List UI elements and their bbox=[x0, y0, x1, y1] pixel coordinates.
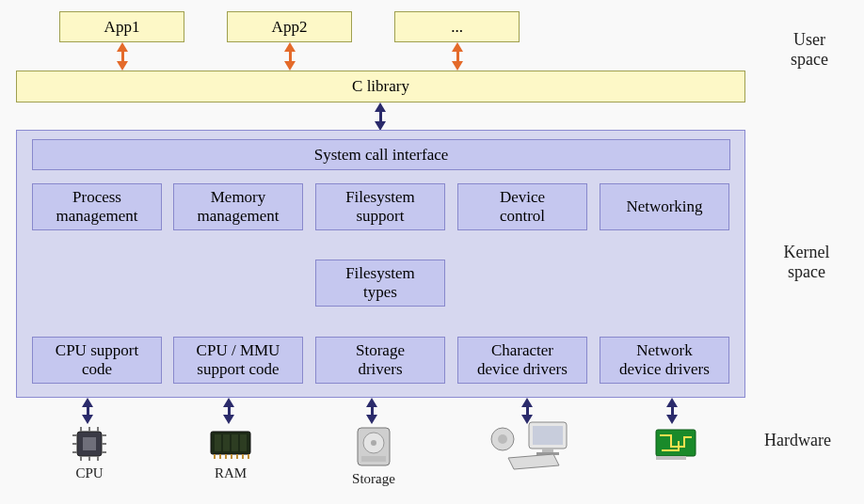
box-fs-types: Filesystem types bbox=[315, 260, 445, 307]
box-memory-mgmt: Memory management bbox=[173, 183, 303, 230]
text-cpu-mmu: CPU / MMU support code bbox=[197, 341, 280, 378]
svg-rect-17 bbox=[232, 434, 238, 451]
box-storage-drv: Storage drivers bbox=[315, 337, 445, 384]
storage-icon bbox=[354, 424, 393, 469]
svg-point-31 bbox=[498, 434, 507, 444]
architecture-diagram: App1 App2 ... C library User space Syste… bbox=[0, 0, 864, 504]
svg-rect-16 bbox=[223, 434, 230, 451]
text-app1: App1 bbox=[104, 18, 140, 37]
text-networking: Networking bbox=[626, 197, 702, 216]
label-user-space: User space bbox=[772, 30, 847, 69]
hw-ram-label: RAM bbox=[200, 465, 261, 481]
svg-rect-36 bbox=[656, 430, 696, 456]
text-memory-mgmt: Memory management bbox=[198, 188, 280, 225]
text-fs-support: Filesystem support bbox=[345, 188, 415, 225]
box-app1: App1 bbox=[59, 11, 184, 42]
box-fs-support: Filesystem support bbox=[315, 183, 445, 230]
svg-rect-37 bbox=[656, 456, 686, 460]
text-device-control: Device control bbox=[500, 188, 545, 225]
label-kernel-space: Kernel space bbox=[764, 243, 849, 281]
svg-rect-34 bbox=[542, 449, 553, 452]
box-process-mgmt: Process management bbox=[32, 183, 162, 230]
peripherals-icon bbox=[488, 418, 578, 471]
text-fs-types: Filesystem types bbox=[345, 264, 415, 301]
network-card-icon bbox=[652, 424, 699, 464]
text-app2: App2 bbox=[272, 18, 308, 37]
box-app-more: ... bbox=[394, 11, 520, 42]
box-app2: App2 bbox=[227, 11, 352, 42]
text-cpu-support: CPU support code bbox=[56, 341, 138, 378]
hw-char-devices bbox=[486, 418, 580, 471]
text-net-drv: Network device drivers bbox=[619, 341, 710, 378]
text-process-mgmt: Process management bbox=[56, 188, 138, 225]
hw-ram: RAM bbox=[200, 424, 261, 481]
svg-rect-15 bbox=[215, 434, 221, 451]
svg-rect-33 bbox=[533, 426, 563, 445]
hw-storage: Storage bbox=[344, 424, 404, 487]
text-storage-drv: Storage drivers bbox=[356, 341, 405, 378]
box-cpu-mmu: CPU / MMU support code bbox=[173, 337, 303, 384]
box-c-library: C library bbox=[16, 71, 745, 102]
box-char-drv: Character device drivers bbox=[457, 337, 587, 384]
box-cpu-support: CPU support code bbox=[32, 337, 162, 384]
svg-rect-1 bbox=[83, 437, 96, 450]
text-c-library: C library bbox=[352, 77, 409, 96]
text-app-more: ... bbox=[451, 18, 463, 37]
cpu-icon bbox=[70, 424, 109, 464]
svg-rect-29 bbox=[361, 456, 386, 462]
text-syscall: System call interface bbox=[314, 146, 449, 165]
hw-storage-label: Storage bbox=[344, 471, 404, 487]
svg-point-28 bbox=[371, 440, 376, 446]
box-device-control: Device control bbox=[457, 183, 587, 230]
box-net-drv: Network device drivers bbox=[600, 337, 729, 384]
box-syscall: System call interface bbox=[32, 139, 730, 170]
hw-cpu-label: CPU bbox=[59, 465, 120, 481]
text-char-drv: Character device drivers bbox=[477, 341, 568, 378]
ram-icon bbox=[207, 424, 254, 464]
box-networking: Networking bbox=[600, 183, 729, 230]
hw-network bbox=[646, 424, 706, 464]
svg-rect-18 bbox=[240, 434, 247, 451]
hw-cpu: CPU bbox=[59, 424, 120, 481]
label-hardware: Hardware bbox=[764, 431, 831, 450]
